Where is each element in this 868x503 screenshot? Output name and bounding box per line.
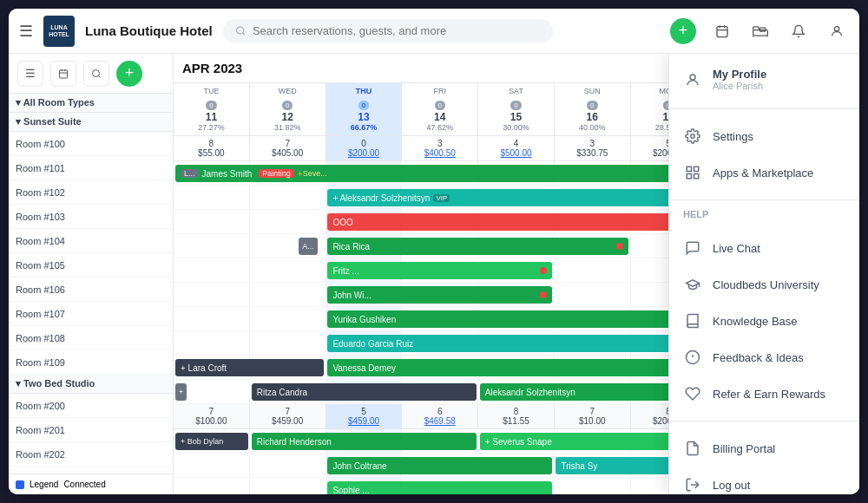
date-col-12[interactable]: WED01231.82%	[250, 83, 326, 135]
price-13: 0$200.00	[326, 136, 403, 160]
live-chat-label: Live Chat	[713, 242, 760, 255]
booking-lara-croft[interactable]: + Lara Croft	[175, 359, 324, 376]
booking-bob-dylan[interactable]: + Bob Dylan	[175, 433, 248, 450]
room-105[interactable]: Room #105	[9, 253, 173, 278]
booking-eduardo[interactable]: Eduardo Garcia Ruiz	[327, 335, 704, 352]
user-dropdown: My Profile Alice Parish Settings	[668, 54, 859, 494]
room-109[interactable]: Room #109	[9, 350, 173, 375]
vip-badge: VIP	[433, 194, 450, 202]
search-bar[interactable]	[223, 19, 553, 42]
apps-label: Apps & Marketplace	[713, 167, 813, 180]
search-sidebar-button[interactable]	[83, 61, 109, 87]
room-201[interactable]: Room #201	[9, 418, 173, 442]
profile-section: My Profile Alice Parish	[669, 54, 859, 105]
room-106[interactable]: Room #106	[9, 278, 173, 302]
svg-point-6	[93, 69, 100, 76]
svg-point-4	[834, 26, 838, 30]
price-11: 8$55.00	[174, 136, 250, 160]
room-202[interactable]: Room #202	[9, 442, 173, 467]
logout-label: Log out	[713, 479, 750, 492]
booking-yurika[interactable]: Yurika Gushiken	[327, 310, 704, 328]
list-view-button[interactable]: ☰	[17, 61, 43, 87]
search-input[interactable]	[253, 24, 541, 37]
add-button[interactable]: +	[670, 18, 696, 44]
live-chat-item[interactable]: Live Chat	[669, 230, 859, 266]
user-icon[interactable]	[825, 19, 849, 43]
logout-icon	[683, 475, 702, 494]
two-bed-studio-header[interactable]: ▾ Two Bed Studio	[9, 375, 173, 394]
knowledge-label: Knowledge Base	[713, 315, 798, 328]
room-104[interactable]: Room #104	[9, 229, 173, 253]
legend-area: Legend Connected	[9, 474, 173, 494]
booking-john-wi[interactable]: John Wi...	[327, 286, 552, 304]
hamburger-icon[interactable]: ☰	[19, 22, 33, 41]
room-108[interactable]: Room #108	[9, 326, 173, 350]
room-101[interactable]: Room #101	[9, 156, 173, 180]
date-col-15[interactable]: SAT01530.00%	[478, 83, 555, 135]
booking-rica-rica[interactable]: Rica Rica	[327, 238, 628, 255]
profile-name: My Profile	[713, 68, 766, 81]
calendar-view-button[interactable]	[50, 61, 76, 87]
hotel-name: Luna Boutique Hotel	[85, 23, 213, 38]
sunset-suite-header[interactable]: ▾ Sunset Suite	[9, 113, 173, 132]
bell-icon[interactable]	[786, 19, 811, 43]
svg-rect-3	[760, 28, 765, 31]
svg-point-0	[236, 27, 243, 34]
billing-icon	[683, 439, 702, 458]
gantt-month: APR 2023	[182, 61, 242, 75]
booking-ooo[interactable]: OOO	[327, 213, 704, 231]
booking-aleksandr[interactable]: + Aleksandr Solzhenitsyn VIP	[327, 189, 704, 206]
header: ☰ LUNAHOTEL Luna Boutique Hotel +	[9, 9, 859, 54]
room-107[interactable]: Room #107	[9, 302, 173, 326]
price-15: 4$500.00	[478, 136, 555, 160]
divider-3	[669, 421, 859, 421]
booking-john-coltrane[interactable]: John Coltrane	[327, 457, 552, 474]
date-col-14[interactable]: FRI01447.62%	[402, 83, 478, 135]
room-102[interactable]: Room #102	[9, 180, 173, 205]
my-profile-item[interactable]: My Profile Alice Parish	[669, 59, 859, 100]
legend-connected: Connected	[63, 480, 105, 489]
profile-info: My Profile Alice Parish	[713, 68, 766, 91]
sidebar: ☰ + ▾ All Room Types ▾ Sunset Suite Room…	[9, 54, 174, 494]
billing-item[interactable]: Billing Portal	[669, 430, 859, 467]
apps-icon	[683, 163, 702, 182]
profile-sub: Alice Parish	[713, 81, 766, 91]
feedback-item[interactable]: Feedback & Ideas	[669, 339, 859, 376]
settings-item[interactable]: Settings	[669, 118, 859, 154]
divider-2	[669, 199, 859, 200]
all-room-types-header[interactable]: ▾ All Room Types	[9, 94, 173, 113]
booking-sophie[interactable]: Sophie ...	[327, 481, 552, 494]
logout-item[interactable]: Log out	[669, 467, 859, 494]
divider-1	[669, 108, 859, 109]
room-103[interactable]: Room #103	[9, 205, 173, 229]
room103-tag: A...	[299, 238, 318, 255]
svg-rect-9	[687, 167, 691, 171]
svg-rect-12	[694, 174, 699, 179]
main-content: ☰ + ▾ All Room Types ▾ Sunset Suite Room…	[9, 54, 859, 494]
booking-ritza[interactable]: Ritza Candra	[252, 383, 477, 401]
date-col-11[interactable]: TUE01127.27%	[174, 83, 250, 135]
date-col-13[interactable]: THU01366.67%	[326, 83, 403, 135]
billing-section: Billing Portal Log out	[669, 425, 859, 494]
booking-fritz[interactable]: Fritz ...	[327, 262, 552, 279]
date-col-16[interactable]: SUN01640.00%	[555, 83, 631, 135]
sidebar-add-button[interactable]: +	[116, 61, 142, 87]
cloudbeds-university-item[interactable]: Cloudbeds University	[669, 266, 859, 303]
knowledge-base-item[interactable]: Knowledge Base	[669, 303, 859, 339]
apps-item[interactable]: Apps & Marketplace	[669, 154, 859, 191]
knowledge-icon	[683, 311, 702, 330]
room-100[interactable]: Room #100	[9, 132, 173, 156]
legend-dot-connected	[16, 480, 24, 489]
svg-point-8	[691, 134, 695, 139]
svg-rect-5	[60, 70, 68, 78]
header-actions: +	[670, 18, 849, 44]
refer-label: Refer & Earn Rewards	[713, 388, 825, 401]
booking-richard[interactable]: Richard Henderson	[252, 433, 477, 450]
room-list: ▾ All Room Types ▾ Sunset Suite Room #10…	[9, 94, 173, 474]
calendar-icon[interactable]	[710, 19, 734, 43]
room-200[interactable]: Room #200	[9, 394, 173, 418]
bed-icon[interactable]	[748, 19, 773, 43]
help-title: Help	[669, 204, 859, 225]
booking-james-smith[interactable]: L... James Smith Painting + Seve...	[175, 165, 705, 182]
refer-item[interactable]: Refer & Earn Rewards	[669, 376, 859, 412]
